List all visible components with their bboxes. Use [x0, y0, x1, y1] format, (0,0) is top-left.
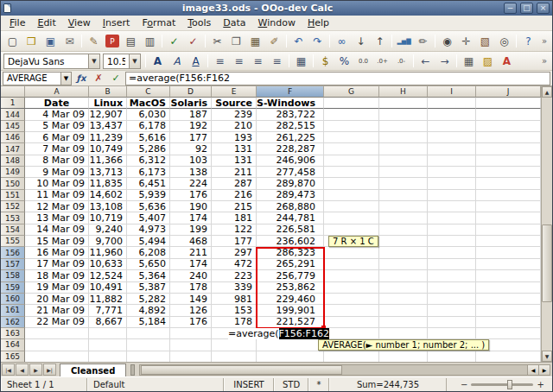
cell[interactable]: [379, 190, 428, 201]
cell[interactable]: [428, 317, 476, 328]
previous-sheet-icon[interactable]: ◀: [16, 364, 29, 376]
cell[interactable]: [324, 109, 379, 120]
cell[interactable]: [257, 339, 324, 351]
cell[interactable]: 199,901: [257, 305, 324, 316]
cell[interactable]: 244,781: [257, 212, 324, 224]
percent-format-icon[interactable]: %: [335, 53, 353, 69]
cell[interactable]: 5,286: [127, 143, 170, 155]
decrease-indent-icon[interactable]: ←: [416, 53, 435, 69]
column-header-D[interactable]: D: [170, 86, 212, 98]
cell[interactable]: 16 Mar 09: [25, 247, 89, 258]
cell[interactable]: [379, 317, 428, 328]
cell[interactable]: 5,939: [127, 190, 170, 201]
cell[interactable]: 10 Mar 09: [25, 178, 89, 189]
status-sum[interactable]: Sum=244,735: [329, 378, 447, 391]
cell[interactable]: [324, 305, 379, 316]
column-header-J[interactable]: J: [476, 86, 541, 98]
menu-file[interactable]: File: [3, 16, 31, 29]
column-header-E[interactable]: E: [212, 86, 257, 98]
cell[interactable]: 6,451: [127, 178, 170, 189]
cancel-button[interactable]: ✗: [91, 72, 106, 85]
cell[interactable]: 177: [212, 236, 257, 247]
cell[interactable]: 9,700: [89, 236, 127, 247]
cell[interactable]: [428, 109, 476, 120]
cell[interactable]: 277,458: [257, 167, 324, 178]
merge-cells-icon[interactable]: ▦: [292, 53, 310, 69]
chevron-down-icon[interactable]: ▼: [60, 73, 71, 85]
formula-input[interactable]: =average(F156:F162: [125, 72, 550, 85]
cell[interactable]: 13 Mar 09: [25, 212, 89, 224]
cell[interactable]: 216: [212, 190, 257, 201]
cell[interactable]: 18 Mar 09: [25, 270, 89, 281]
italic-icon[interactable]: A: [168, 53, 186, 69]
font-color-icon[interactable]: A: [498, 53, 516, 69]
cell[interactable]: 5,282: [127, 294, 170, 305]
cell[interactable]: [428, 132, 476, 143]
cell[interactable]: 131: [212, 143, 257, 155]
cell[interactable]: [379, 294, 428, 305]
hyperlink-icon[interactable]: ∞: [333, 33, 351, 49]
cut-icon[interactable]: ✂: [208, 33, 226, 49]
menu-data[interactable]: Data: [217, 16, 251, 29]
cell[interactable]: 5,616: [127, 132, 170, 143]
cell[interactable]: [324, 328, 379, 339]
cell[interactable]: 178: [170, 282, 212, 294]
navigator-icon[interactable]: ✛: [457, 33, 475, 49]
column-header-I[interactable]: I: [428, 86, 476, 98]
row-header-155[interactable]: 155: [1, 236, 25, 247]
cell[interactable]: 5,650: [127, 259, 170, 270]
cell[interactable]: [476, 282, 541, 294]
cell[interactable]: 224: [170, 178, 212, 189]
currency-format-icon[interactable]: $: [316, 53, 334, 69]
cell[interactable]: Linux: [89, 98, 127, 109]
scroll-left-icon[interactable]: ◀: [527, 365, 538, 375]
cell[interactable]: MS-Windows: [257, 98, 324, 109]
cell[interactable]: [379, 143, 428, 155]
column-header-F[interactable]: F: [257, 86, 324, 98]
cell[interactable]: [324, 282, 379, 294]
page-preview-icon[interactable]: ▥: [141, 33, 159, 49]
cell[interactable]: 4 Mar 09: [25, 109, 89, 120]
column-header-A[interactable]: A: [25, 86, 89, 98]
accept-button[interactable]: ✓: [108, 72, 124, 85]
function-wizard-button[interactable]: ƒx: [73, 72, 89, 85]
cell[interactable]: 131: [212, 155, 257, 167]
cell[interactable]: 14,602: [89, 190, 127, 201]
column-header-C[interactable]: C: [127, 86, 170, 98]
cell[interactable]: 6 Mar 09: [25, 132, 89, 143]
cell[interactable]: MacOS: [127, 98, 170, 109]
corner-header[interactable]: [1, 86, 25, 98]
cell[interactable]: [324, 351, 379, 362]
row-header-162[interactable]: 162: [1, 317, 25, 328]
row-header-150[interactable]: 150: [1, 178, 25, 189]
cell[interactable]: [476, 143, 541, 155]
row-header-163[interactable]: 163: [1, 328, 25, 339]
copy-icon[interactable]: ❐: [227, 33, 245, 49]
cell[interactable]: [89, 351, 127, 362]
cell[interactable]: 236,602: [257, 236, 324, 247]
cell[interactable]: [324, 143, 379, 155]
cell[interactable]: [428, 121, 476, 132]
cell[interactable]: [170, 339, 212, 351]
borders-icon[interactable]: ▦: [460, 53, 478, 69]
cell[interactable]: [324, 201, 379, 212]
cell[interactable]: 11,960: [89, 247, 127, 258]
cell[interactable]: 199: [170, 224, 212, 236]
cell[interactable]: [324, 121, 379, 132]
vertical-scroll-track[interactable]: [542, 98, 552, 351]
toolbar-options-icon[interactable]: »: [539, 56, 550, 66]
cell[interactable]: [324, 190, 379, 201]
export-pdf-icon[interactable]: P: [105, 35, 119, 47]
cell[interactable]: [476, 328, 541, 339]
open-icon[interactable]: ❒: [22, 33, 41, 49]
cell[interactable]: 472: [212, 259, 257, 270]
chevron-down-icon[interactable]: ▼: [88, 54, 99, 68]
font-size-combo[interactable]: 10.5 ▼: [103, 54, 141, 69]
row-header-154[interactable]: 154: [1, 224, 25, 236]
edit-file-icon[interactable]: ✎: [85, 33, 103, 49]
cell[interactable]: [127, 339, 170, 351]
menu-insert[interactable]: Insert: [97, 16, 137, 29]
row-header-161[interactable]: 161: [1, 305, 25, 316]
cell[interactable]: 10,719: [89, 212, 127, 224]
cell[interactable]: 9 Mar 09: [25, 167, 89, 178]
